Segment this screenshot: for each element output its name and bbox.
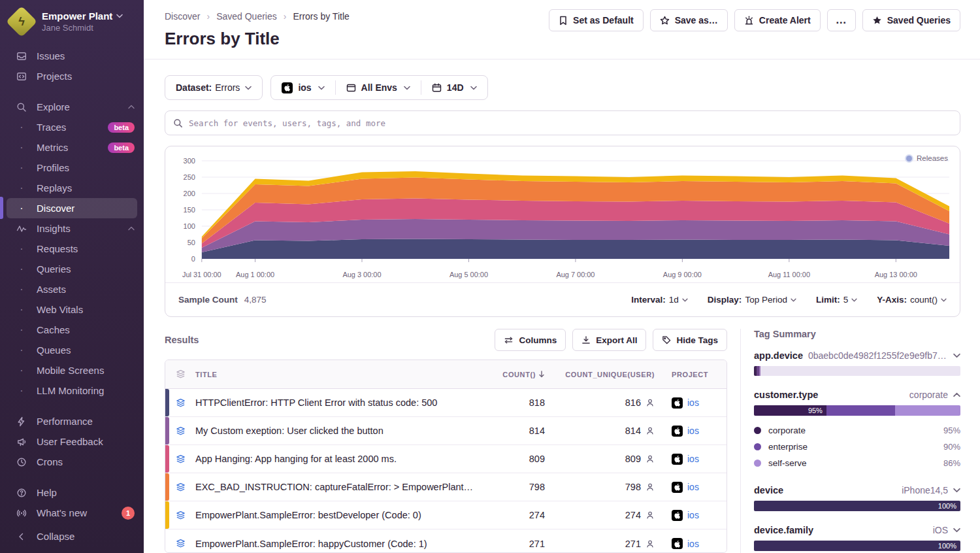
calendar-icon: [432, 83, 442, 93]
project-filter[interactable]: ios: [271, 76, 335, 99]
count-value: 814: [485, 426, 545, 436]
bolt-icon: ϟ: [9, 9, 34, 34]
tag-value-row[interactable]: self-serve 86%: [754, 455, 960, 471]
tag-distribution-bar[interactable]: [754, 366, 960, 376]
tag-distribution-bar[interactable]: 100%: [754, 501, 960, 511]
svg-text:Jul 31 00:00: Jul 31 00:00: [182, 271, 221, 278]
environment-filter[interactable]: All Envs: [336, 76, 421, 99]
project-link[interactable]: ios: [687, 426, 699, 436]
releases-legend-dot: [906, 156, 912, 161]
chart-controls: Interval:1d Display:Top Period Limit:5 Y…: [631, 295, 947, 305]
org-switcher[interactable]: ϟ Empower Plant Jane Schmidt: [0, 0, 144, 41]
breadcrumb-discover[interactable]: Discover: [165, 11, 200, 22]
svg-text:300: 300: [184, 157, 195, 165]
set-as-default-button[interactable]: Set as Default: [549, 9, 644, 31]
star-filled-icon: [872, 16, 882, 25]
columns-button[interactable]: Columns: [495, 329, 566, 351]
pulse-icon: [16, 224, 27, 234]
apple-icon: [672, 538, 683, 549]
error-title-link[interactable]: EXC_BAD_INSTRUCTION: captureFatalError: …: [195, 482, 485, 492]
interval-selector[interactable]: Interval:1d: [631, 295, 688, 305]
count-value: 809: [485, 454, 545, 464]
sidebar-item-performance[interactable]: Performance: [0, 411, 144, 431]
display-selector[interactable]: Display:Top Period: [708, 295, 796, 305]
column-count-unique[interactable]: COUNT_UNIQUE(USER): [545, 371, 655, 378]
sidebar-item-user-feedback[interactable]: User Feedback: [0, 431, 144, 452]
unique-count-value: 271: [625, 539, 641, 549]
sidebar-section-explore[interactable]: Explore: [0, 97, 144, 117]
error-title-link[interactable]: My Custom exeption: User clicked the but…: [195, 426, 485, 436]
error-title-link[interactable]: EmpowerPlant.SampleError: happyCustomer …: [195, 539, 485, 549]
saved-queries-button[interactable]: Saved Queries: [862, 9, 960, 31]
columns-icon: [504, 336, 514, 344]
export-all-button[interactable]: Export All: [572, 329, 646, 351]
sidebar-item-whats-new[interactable]: What's new 1: [0, 503, 144, 523]
layers-icon: [165, 426, 195, 436]
sidebar-item-assets[interactable]: ·Assets: [0, 279, 144, 299]
sidebar-item-issues[interactable]: Issues: [0, 46, 144, 66]
chevron-down-icon[interactable]: [953, 353, 960, 358]
sidebar-item-traces[interactable]: ·Tracesbeta: [0, 117, 144, 137]
error-title-link[interactable]: HTTPClientError: HTTP Client Error with …: [195, 397, 485, 408]
hide-tags-button[interactable]: Hide Tags: [653, 329, 727, 351]
sidebar-item-queues[interactable]: ·Queues: [0, 340, 144, 360]
project-link[interactable]: ios: [687, 397, 699, 408]
project-link[interactable]: ios: [687, 510, 699, 520]
more-options-button[interactable]: …: [827, 9, 856, 31]
dataset-selector[interactable]: Dataset: Errors: [165, 75, 263, 100]
value-color-dot: [754, 460, 761, 467]
save-as-button[interactable]: Save as…: [650, 9, 728, 31]
project-link[interactable]: ios: [687, 454, 699, 464]
error-title-link[interactable]: EmpowerPlant.SampleError: bestDeveloper …: [195, 510, 485, 520]
sidebar-item-metrics[interactable]: ·Metricsbeta: [0, 137, 144, 158]
breadcrumb-saved-queries[interactable]: Saved Queries: [216, 11, 277, 22]
layers-icon: [165, 511, 195, 520]
limit-selector[interactable]: Limit:5: [816, 295, 857, 305]
create-alert-button[interactable]: Create Alert: [734, 9, 821, 31]
layers-icon: [165, 369, 195, 379]
chevron-down-icon[interactable]: [953, 528, 960, 533]
sidebar-section-insights[interactable]: Insights: [0, 218, 144, 239]
tag-summary-heading: Tag Summary: [754, 329, 960, 339]
tag-value-row[interactable]: enterprise 90%: [754, 439, 960, 455]
sidebar-item-requests[interactable]: ·Requests: [0, 239, 144, 259]
column-project: PROJECT: [655, 371, 727, 378]
chevron-down-icon[interactable]: [953, 488, 960, 493]
sidebar-item-mobile-screens[interactable]: ·Mobile Screens: [0, 360, 144, 380]
error-title-link[interactable]: App Hanging: App hanging for at least 20…: [195, 454, 485, 464]
date-range-filter[interactable]: 14D: [421, 76, 487, 99]
sidebar-item-profiles[interactable]: ·Profiles: [0, 158, 144, 178]
results-heading: Results: [165, 335, 199, 345]
chevron-up-icon[interactable]: [953, 392, 960, 397]
main-area: Discover › Saved Queries › Errors by Tit…: [144, 0, 980, 553]
sidebar-item-replays[interactable]: ·Replays: [0, 178, 144, 198]
sidebar-collapse-button[interactable]: Collapse: [0, 526, 144, 546]
sidebar-item-llm-monitoring[interactable]: ·LLM Monitoring: [0, 380, 144, 401]
sidebar-item-help[interactable]: Help: [0, 482, 144, 503]
series-color-strip: [165, 473, 169, 501]
org-logo: ϟ: [9, 9, 34, 34]
series-color-strip: [165, 501, 169, 529]
sort-desc-icon: [538, 371, 545, 378]
svg-text:Aug 9 00:00: Aug 9 00:00: [663, 271, 702, 278]
sidebar-item-caches[interactable]: ·Caches: [0, 320, 144, 340]
apple-icon: [672, 397, 683, 409]
stacked-area-chart: 050100150200250300Jul 31 00:00Aug 1 00:0…: [165, 152, 957, 282]
tag-value-row[interactable]: corporate 95%: [754, 422, 960, 439]
window-icon: [346, 83, 356, 93]
sidebar-item-queries[interactable]: ·Queries: [0, 259, 144, 279]
tag-distribution-bar[interactable]: 95%: [754, 405, 960, 416]
yaxis-selector[interactable]: Y-Axis:count(): [877, 295, 947, 305]
svg-text:0: 0: [191, 255, 195, 263]
project-link[interactable]: ios: [687, 539, 699, 549]
svg-text:250: 250: [184, 173, 195, 181]
tag-distribution-bar[interactable]: 100%: [754, 541, 960, 551]
chart-legend[interactable]: Releases: [906, 154, 948, 162]
sidebar-item-discover[interactable]: ·Discover: [0, 198, 144, 218]
search-input[interactable]: [189, 118, 952, 128]
column-count[interactable]: COUNT(): [485, 371, 545, 378]
sidebar-item-web-vitals[interactable]: ·Web Vitals: [0, 299, 144, 320]
sidebar-item-crons[interactable]: Crons: [0, 452, 144, 472]
project-link[interactable]: ios: [687, 482, 699, 492]
sidebar-item-projects[interactable]: Projects: [0, 66, 144, 86]
